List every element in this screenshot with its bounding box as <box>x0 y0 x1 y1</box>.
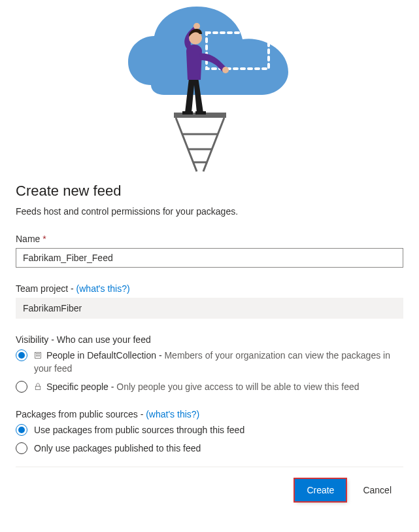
public-sources-option-use[interactable]: Use packages from public sources through… <box>16 423 403 436</box>
dialog-title: Create new feed <box>16 183 403 200</box>
svg-rect-18 <box>39 355 41 357</box>
organization-icon <box>34 351 42 359</box>
visibility-option-label: Specific people - <box>46 381 116 392</box>
svg-rect-13 <box>36 353 37 355</box>
visibility-option-specific[interactable]: Specific people - Only people you give a… <box>16 380 403 393</box>
radio-button[interactable] <box>16 424 27 436</box>
svg-rect-16 <box>36 355 37 357</box>
name-field-group: Name * <box>16 234 403 268</box>
public-sources-option-label: Only use packages published to this feed <box>34 443 201 453</box>
public-sources-help-link[interactable]: (what's this?) <box>146 409 199 419</box>
name-input[interactable] <box>16 248 403 268</box>
svg-rect-8 <box>195 111 206 115</box>
radio-button[interactable] <box>16 442 27 454</box>
public-sources-group: Packages from public sources - (what's t… <box>16 409 403 455</box>
team-project-group: Team project - (what's this?) FabrikamFi… <box>16 283 403 319</box>
svg-point-10 <box>222 67 229 73</box>
dialog-actions: Create Cancel <box>16 479 403 501</box>
visibility-label: Visibility - Who can use your feed <box>16 334 403 345</box>
visibility-group: Visibility - Who can use your feed Peopl… <box>16 334 403 393</box>
svg-rect-19 <box>35 386 41 389</box>
radio-button[interactable] <box>16 381 27 393</box>
visibility-option-organization[interactable]: People in DefaultCollection - Members of… <box>16 349 403 375</box>
public-sources-option-label: Use packages from public sources through… <box>34 425 244 435</box>
svg-line-1 <box>176 118 197 171</box>
public-sources-label: Packages from public sources - (what's t… <box>16 409 403 419</box>
svg-rect-7 <box>182 111 193 115</box>
lock-icon <box>34 383 42 391</box>
required-marker: * <box>42 234 46 244</box>
team-project-value: FabrikamFiber <box>16 298 403 319</box>
create-button[interactable]: Create <box>295 479 346 501</box>
public-sources-option-only[interactable]: Only use packages published to this feed <box>16 442 403 455</box>
visibility-option-description: Only people you give access to will be a… <box>116 381 359 392</box>
svg-rect-15 <box>39 353 41 355</box>
team-project-label: Team project - (what's this?) <box>16 283 403 294</box>
radio-button[interactable] <box>16 349 27 361</box>
svg-point-9 <box>193 23 200 29</box>
svg-rect-14 <box>37 353 39 355</box>
cancel-button[interactable]: Cancel <box>351 479 403 501</box>
name-label: Name * <box>16 234 403 244</box>
person-cloud-illustration <box>92 0 327 173</box>
divider <box>16 467 403 467</box>
dialog-subtitle: Feeds host and control permissions for y… <box>16 206 403 217</box>
svg-rect-17 <box>37 355 39 357</box>
hero-illustration <box>16 0 403 173</box>
svg-line-2 <box>203 118 224 171</box>
visibility-option-label: People in DefaultCollection - <box>46 350 165 361</box>
team-project-help-link[interactable]: (what's this?) <box>76 283 130 294</box>
